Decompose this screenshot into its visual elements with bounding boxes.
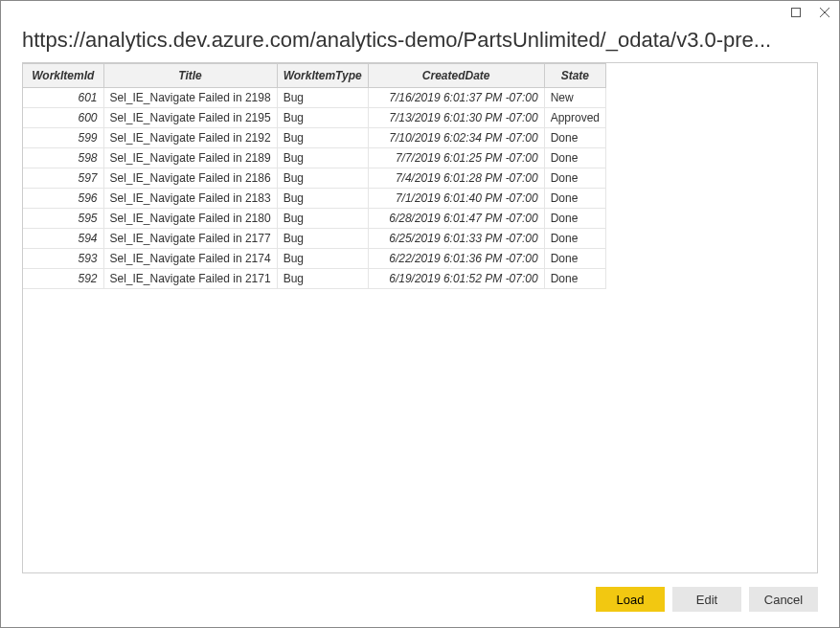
cell-title: Sel_IE_Navigate Failed in 2174 <box>103 249 277 269</box>
cell-type: Bug <box>277 189 368 209</box>
cell-date: 7/7/2019 6:01:25 PM -07:00 <box>368 148 544 168</box>
cell-type: Bug <box>277 168 368 189</box>
table-row[interactable]: 597Sel_IE_Navigate Failed in 2186Bug7/4/… <box>23 168 606 189</box>
url-heading: https://analytics.dev.azure.com/analytic… <box>1 24 839 62</box>
cell-id: 595 <box>23 209 103 229</box>
maximize-icon[interactable] <box>789 6 803 19</box>
table-row[interactable]: 598Sel_IE_Navigate Failed in 2189Bug7/7/… <box>23 148 606 168</box>
cell-date: 6/19/2019 6:01:52 PM -07:00 <box>368 269 544 289</box>
cell-id: 592 <box>23 269 103 289</box>
cell-title: Sel_IE_Navigate Failed in 2171 <box>103 269 277 289</box>
cell-title: Sel_IE_Navigate Failed in 2186 <box>103 168 277 189</box>
cell-state: Done <box>544 209 605 229</box>
header-row: WorkItemId Title WorkItemType CreatedDat… <box>23 64 606 88</box>
table-row[interactable]: 596Sel_IE_Navigate Failed in 2183Bug7/1/… <box>23 189 606 209</box>
titlebar <box>1 1 839 24</box>
cell-state: Approved <box>544 108 605 128</box>
close-icon[interactable] <box>818 6 831 19</box>
cell-date: 6/28/2019 6:01:47 PM -07:00 <box>368 209 544 229</box>
cell-type: Bug <box>277 128 368 148</box>
cell-type: Bug <box>277 209 368 229</box>
cell-date: 7/4/2019 6:01:28 PM -07:00 <box>368 168 544 189</box>
cell-type: Bug <box>277 269 368 289</box>
table-row[interactable]: 595Sel_IE_Navigate Failed in 2180Bug6/28… <box>23 209 606 229</box>
cell-id: 593 <box>23 249 103 269</box>
cell-state: Done <box>544 229 605 249</box>
table-row[interactable]: 601Sel_IE_Navigate Failed in 2198Bug7/16… <box>23 88 606 108</box>
cell-state: Done <box>544 128 605 148</box>
cell-title: Sel_IE_Navigate Failed in 2192 <box>103 128 277 148</box>
col-header-state[interactable]: State <box>544 64 605 88</box>
cell-state: Done <box>544 168 605 189</box>
load-button[interactable]: Load <box>596 587 665 612</box>
cell-state: New <box>544 88 605 108</box>
cell-type: Bug <box>277 88 368 108</box>
cell-type: Bug <box>277 229 368 249</box>
cell-title: Sel_IE_Navigate Failed in 2180 <box>103 209 277 229</box>
cell-id: 594 <box>23 229 103 249</box>
cell-id: 596 <box>23 189 103 209</box>
table-row[interactable]: 600Sel_IE_Navigate Failed in 2195Bug7/13… <box>23 108 606 128</box>
col-header-title[interactable]: Title <box>103 64 277 88</box>
cell-date: 7/13/2019 6:01:30 PM -07:00 <box>368 108 544 128</box>
col-header-date[interactable]: CreatedDate <box>368 64 544 88</box>
cell-id: 601 <box>23 88 103 108</box>
cell-title: Sel_IE_Navigate Failed in 2189 <box>103 148 277 168</box>
cell-id: 597 <box>23 168 103 189</box>
cell-date: 6/25/2019 6:01:33 PM -07:00 <box>368 229 544 249</box>
cell-date: 7/10/2019 6:02:34 PM -07:00 <box>368 128 544 148</box>
edit-button[interactable]: Edit <box>672 587 741 612</box>
cell-type: Bug <box>277 249 368 269</box>
preview-pane: WorkItemId Title WorkItemType CreatedDat… <box>22 62 818 573</box>
table-row[interactable]: 593Sel_IE_Navigate Failed in 2174Bug6/22… <box>23 249 606 269</box>
cell-title: Sel_IE_Navigate Failed in 2183 <box>103 189 277 209</box>
cell-state: Done <box>544 189 605 209</box>
dialog-window: https://analytics.dev.azure.com/analytic… <box>0 0 840 628</box>
footer: Load Edit Cancel <box>1 573 839 627</box>
svg-rect-0 <box>792 9 801 17</box>
cell-title: Sel_IE_Navigate Failed in 2195 <box>103 108 277 128</box>
cell-type: Bug <box>277 108 368 128</box>
cell-title: Sel_IE_Navigate Failed in 2198 <box>103 88 277 108</box>
cell-type: Bug <box>277 148 368 168</box>
col-header-id[interactable]: WorkItemId <box>23 64 103 88</box>
table-row[interactable]: 594Sel_IE_Navigate Failed in 2177Bug6/25… <box>23 229 606 249</box>
cell-id: 598 <box>23 148 103 168</box>
col-header-type[interactable]: WorkItemType <box>277 64 368 88</box>
data-table: WorkItemId Title WorkItemType CreatedDat… <box>23 63 606 289</box>
cell-state: Done <box>544 269 605 289</box>
table-row[interactable]: 592Sel_IE_Navigate Failed in 2171Bug6/19… <box>23 269 606 289</box>
cell-state: Done <box>544 249 605 269</box>
table-row[interactable]: 599Sel_IE_Navigate Failed in 2192Bug7/10… <box>23 128 606 148</box>
cell-date: 7/16/2019 6:01:37 PM -07:00 <box>368 88 544 108</box>
cell-id: 599 <box>23 128 103 148</box>
cell-id: 600 <box>23 108 103 128</box>
cell-date: 6/22/2019 6:01:36 PM -07:00 <box>368 249 544 269</box>
cell-title: Sel_IE_Navigate Failed in 2177 <box>103 229 277 249</box>
cancel-button[interactable]: Cancel <box>749 587 818 612</box>
cell-state: Done <box>544 148 605 168</box>
cell-date: 7/1/2019 6:01:40 PM -07:00 <box>368 189 544 209</box>
